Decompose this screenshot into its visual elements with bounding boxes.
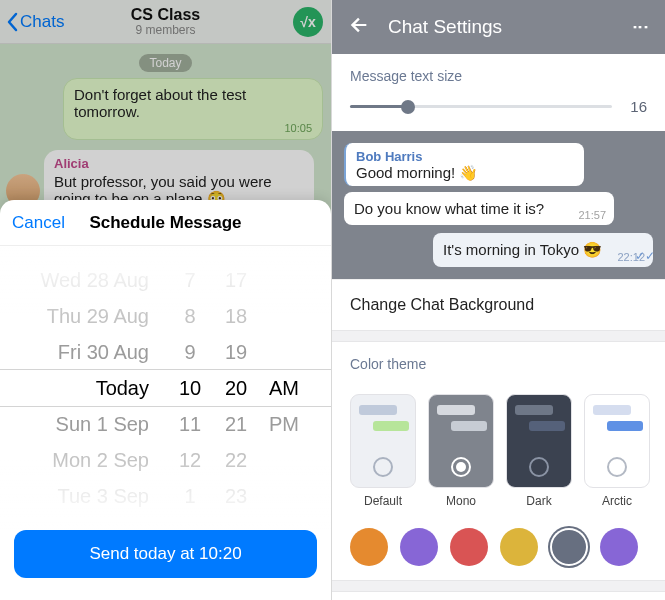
text-size-label: Message text size [350,68,647,84]
text-size-section: Message text size 16 [332,54,665,131]
theme-dark[interactable]: Dark [506,394,572,508]
chat-preview: Bob Harris Good morning! 👋 Do you know w… [332,131,665,279]
color-swatch[interactable] [450,528,488,566]
preview-outgoing-bubble: It's morning in Tokyo 😎 22:12 ✓✓ [433,233,653,267]
section-divider [332,580,665,592]
color-swatches[interactable] [332,512,665,570]
preview-text: Good morning! 👋 [356,164,478,181]
color-theme-section: Color theme [332,342,665,394]
more-menu-button[interactable]: ⋮ [625,11,656,44]
preview-sender: Bob Harris [356,149,574,164]
preview-text: It's morning in Tokyo 😎 [443,241,602,258]
preview-reply-bubble: Bob Harris Good morning! 👋 [344,143,584,186]
section-divider [332,330,665,342]
slider-thumb[interactable] [401,100,415,114]
back-button[interactable] [340,8,378,46]
theme-list[interactable]: Default Mono Dark Arctic [332,394,665,512]
color-swatch[interactable] [350,528,388,566]
theme-label: Mono [428,494,494,508]
theme-arctic[interactable]: Arctic [584,394,650,508]
cancel-button[interactable]: Cancel [12,200,65,245]
preview-time: 21:57 [578,209,606,221]
android-chat-settings-screen: Chat Settings ⋮ Message text size 16 Bob… [332,0,665,600]
color-theme-label: Color theme [350,356,647,372]
color-swatch[interactable] [600,528,638,566]
text-size-value: 16 [630,98,647,115]
ios-schedule-screen: Chats CS Class 9 members √x Today Don't … [0,0,332,600]
color-swatch[interactable] [400,528,438,566]
theme-label: Dark [506,494,572,508]
settings-title: Chat Settings [388,16,624,38]
datetime-picker[interactable]: Wed 28 Aug 7 17 Thu 29 Aug 8 18 Fri 30 A… [0,246,331,530]
preview-text: Do you know what time it is? [354,200,544,217]
schedule-sheet: Cancel Schedule Message Wed 28 Aug 7 17 … [0,200,331,600]
change-background-row[interactable]: Change Chat Background [332,279,665,330]
theme-label: Default [350,494,416,508]
chat-list-view-label: Chat list view [332,592,665,600]
theme-label: Arctic [584,494,650,508]
sheet-title: Schedule Message [89,213,241,233]
settings-header: Chat Settings ⋮ [332,0,665,54]
arrow-left-icon [348,14,370,36]
slider-track[interactable] [350,105,612,108]
preview-incoming-bubble: Do you know what time it is? 21:57 [344,192,614,225]
color-swatch[interactable] [550,528,588,566]
color-swatch[interactable] [500,528,538,566]
theme-default[interactable]: Default [350,394,416,508]
send-schedule-button[interactable]: Send today at 10:20 [14,530,317,578]
read-ticks-icon: ✓✓ [635,249,655,263]
theme-mono[interactable]: Mono [428,394,494,508]
text-size-slider[interactable]: 16 [350,98,647,115]
sheet-header: Cancel Schedule Message [0,200,331,246]
